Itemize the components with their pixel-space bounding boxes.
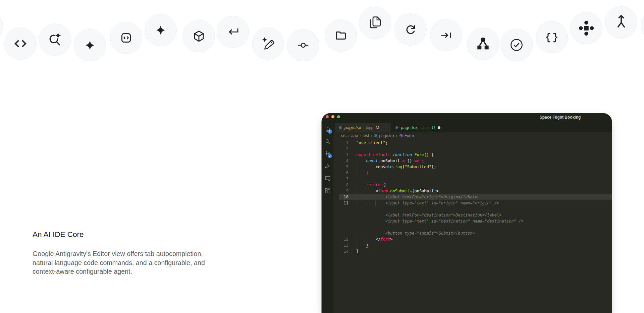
tab-dir: .../app — [363, 126, 373, 130]
line-number: 10 — [332, 194, 348, 200]
float-braces-circle — [536, 21, 568, 53]
merge-up-icon — [612, 13, 630, 32]
float-sparkle-small-circle — [74, 29, 106, 61]
sparkle-icon — [156, 25, 165, 35]
tab-filename: page.tsx — [344, 125, 361, 130]
section-description: Google Antigravity's Editor view offers … — [33, 249, 205, 276]
code-line: } — [356, 170, 368, 176]
float-return-arrow-circle — [217, 16, 249, 48]
code-line: <label htmlFor="destination">Destination… — [356, 212, 501, 218]
line-number: 2 — [332, 146, 348, 152]
code-line: } — [356, 248, 359, 254]
commit-icon — [297, 39, 310, 52]
code-line: <input type="text" id="destination" name… — [356, 218, 524, 224]
tab-dir: .../test — [419, 126, 429, 130]
drag-dots-icon — [578, 20, 594, 36]
line-number: 7 — [332, 176, 348, 182]
line-number: 12 — [332, 236, 348, 242]
float-folder-circle — [325, 19, 357, 52]
code-line: </form> — [356, 236, 392, 242]
code-box-icon — [119, 31, 133, 45]
return-arrow-icon — [226, 25, 239, 38]
float-graph-circle — [467, 28, 499, 60]
graph-icon — [476, 37, 490, 51]
float-search-sparkle-circle — [39, 23, 71, 56]
page: An AI IDE Core Google Antigravity's Edit… — [0, 0, 644, 313]
line-number: 9 — [332, 188, 348, 194]
edit-sparkle-icon — [260, 36, 276, 52]
line-number: 6 — [332, 170, 348, 176]
float-edit-sparkle-circle — [252, 27, 284, 60]
line-number: 13 — [332, 242, 348, 248]
float-code-box-circle — [110, 22, 142, 54]
line-number: 4 — [332, 158, 348, 164]
code-editor[interactable]: 1"use client";23export default function … — [322, 113, 612, 313]
float-drag-dots-circle — [570, 12, 602, 44]
float-partial-left-circle — [0, 10, 3, 43]
search-sparkle-icon — [47, 32, 63, 48]
tab-filename: page.tsx — [401, 125, 417, 130]
code-icon — [12, 35, 29, 52]
float-merge-up-circle — [605, 6, 637, 39]
code-line: <form onSubmit={onSubmit}> — [356, 188, 439, 194]
braces-icon — [543, 28, 561, 46]
cube-icon — [192, 29, 206, 43]
float-partial-right-circle — [641, 9, 644, 42]
check-circle-icon — [509, 38, 524, 52]
line-number: 14 — [332, 248, 348, 254]
float-check-circle-circle — [500, 29, 533, 61]
code-line: return ( — [356, 182, 385, 188]
float-copy-circle — [359, 7, 391, 39]
float-commit-circle — [287, 29, 319, 61]
float-cube-circle — [183, 20, 215, 52]
code-line: export default function Form() { — [356, 152, 434, 158]
code-line: <label htmlFor="origin">Origin</label> — [356, 194, 477, 200]
code-line: <button type="submit">Submit</button> — [356, 230, 475, 236]
tab-page-tsx-test[interactable]: page.tsx .../test U — [391, 123, 446, 132]
code-line: ) — [356, 242, 368, 248]
line-number: 8 — [332, 182, 348, 188]
float-sparkle-circle — [145, 14, 177, 46]
sparkle-small-icon — [85, 41, 95, 50]
float-code-circle — [4, 27, 37, 60]
folder-icon — [335, 29, 347, 42]
react-icon — [395, 126, 399, 130]
unsaved-dot — [438, 126, 440, 129]
tab-git-badge: U — [432, 125, 435, 130]
line-number: 5 — [332, 164, 348, 170]
float-refresh-circle — [394, 13, 427, 46]
code-line: const onSubmit = () => { — [356, 158, 424, 164]
tab-page-tsx-app[interactable]: page.tsx .../app M — [335, 123, 391, 132]
code-line: <input type="text" id="origin" name="ori… — [356, 200, 499, 206]
code-line: console.log("Submitted"); — [356, 164, 436, 170]
copy-icon — [368, 15, 382, 30]
float-tab-arrow-circle — [430, 19, 462, 51]
refresh-icon — [404, 23, 417, 36]
section-heading: An AI IDE Core — [33, 230, 84, 239]
line-number: 3 — [332, 152, 348, 158]
tab-git-badge: M — [376, 125, 379, 130]
line-number: 1 — [332, 140, 348, 146]
tab-arrow-icon — [440, 29, 452, 41]
editor-window: Space Flight Booking 17 page.tsx .../app… — [322, 113, 612, 313]
line-number: 11 — [332, 200, 348, 206]
react-icon — [338, 126, 342, 130]
code-line: "use client"; — [356, 140, 388, 146]
